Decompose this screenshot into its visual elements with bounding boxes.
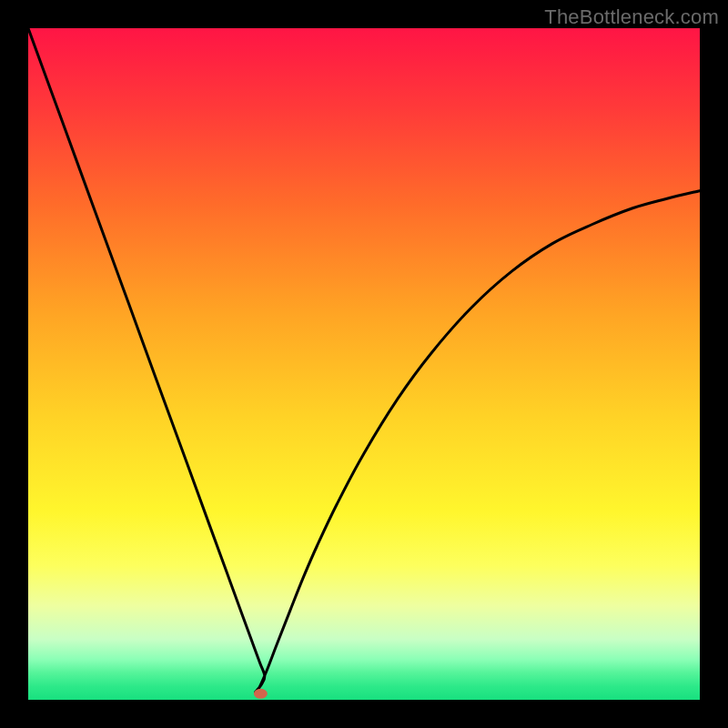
curve-layer (28, 28, 700, 700)
notch-marker (254, 689, 268, 699)
bottleneck-curve (28, 28, 700, 693)
plot-area (28, 28, 700, 700)
chart-frame: TheBottleneck.com (0, 0, 728, 728)
watermark-text: TheBottleneck.com (544, 5, 719, 29)
curve-path (28, 28, 700, 693)
marker-dot (254, 689, 268, 699)
